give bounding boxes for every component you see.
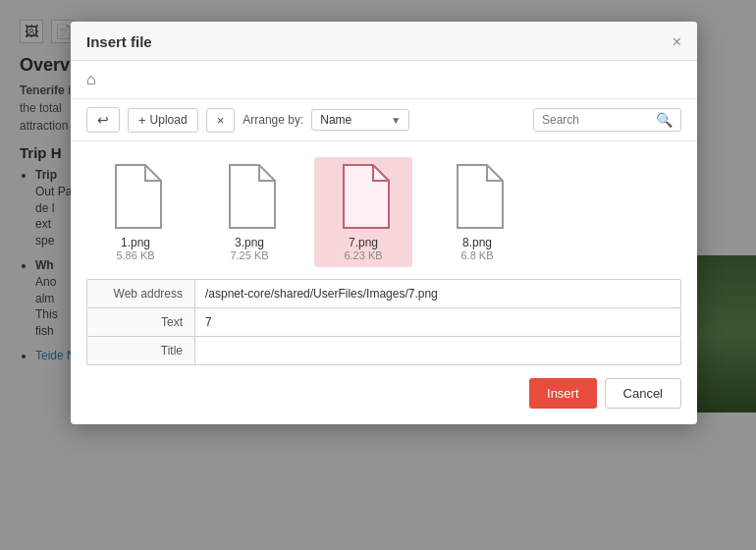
web-address-row: Web address /aspnet-core/shared/UserFile… <box>86 279 681 308</box>
file-item[interactable]: 1.png 5.86 KB <box>86 157 185 267</box>
cancel-button[interactable]: Cancel <box>605 378 681 409</box>
file-item-selected[interactable]: 7.png 6.23 KB <box>314 157 412 267</box>
file-3-name: 3.png <box>235 236 264 249</box>
title-row: Title <box>86 336 681 365</box>
search-icon: 🔍 <box>656 112 673 128</box>
clear-button[interactable]: × <box>206 108 236 133</box>
title-label: Title <box>87 337 195 364</box>
back-folder-button[interactable]: ↩ <box>86 107 120 133</box>
file-8-name: 8.png <box>462 236 492 249</box>
search-box: 🔍 <box>533 108 681 132</box>
chevron-down-icon: ▼ <box>391 115 401 126</box>
file-1-name: 1.png <box>121 236 150 249</box>
file-item[interactable]: 8.png 6.8 KB <box>428 157 526 267</box>
clear-icon: × <box>217 113 225 128</box>
insert-file-modal: Insert file × ⌂ ↩ + Upload × Arrange by:… <box>71 22 697 424</box>
upload-label: Upload <box>150 113 188 127</box>
file-8-size: 6.8 KB <box>460 249 493 261</box>
arrange-select[interactable]: Name ▼ <box>311 109 409 131</box>
text-row: Text <box>86 307 681 337</box>
modal-nav: ⌂ <box>71 61 697 99</box>
info-section: Web address /aspnet-core/shared/UserFile… <box>71 279 697 365</box>
search-input[interactable] <box>542 113 650 127</box>
modal-header: Insert file × <box>71 22 697 61</box>
modal-title: Insert file <box>86 33 152 50</box>
file-3-size: 7.25 KB <box>230 249 268 261</box>
file-8-icon <box>450 163 505 230</box>
upload-icon: + <box>138 113 146 128</box>
file-7-icon <box>336 163 391 230</box>
file-1-size: 5.86 KB <box>116 249 154 261</box>
file-1-icon <box>108 163 163 230</box>
modal-toolbar: ↩ + Upload × Arrange by: Name ▼ 🔍 <box>71 99 697 141</box>
text-label: Text <box>87 308 195 336</box>
back-folder-icon: ↩ <box>97 112 109 128</box>
web-address-label: Web address <box>87 280 195 307</box>
file-7-name: 7.png <box>349 236 378 249</box>
arrange-value: Name <box>320 113 351 127</box>
text-input[interactable] <box>195 310 680 334</box>
modal-close-button[interactable]: × <box>673 34 681 50</box>
upload-button[interactable]: + Upload <box>128 108 198 133</box>
file-3-icon <box>222 163 277 230</box>
file-7-size: 6.23 KB <box>344 249 382 261</box>
file-grid: 1.png 5.86 KB 3.png 7.25 KB 7.png 6.23 K… <box>71 141 697 279</box>
file-item[interactable]: 3.png 7.25 KB <box>200 157 298 267</box>
insert-button[interactable]: Insert <box>529 378 597 409</box>
web-address-value: /aspnet-core/shared/UserFiles/Images/7.p… <box>195 280 680 307</box>
home-icon[interactable]: ⌂ <box>86 71 96 87</box>
modal-footer: Insert Cancel <box>71 364 697 409</box>
arrange-label: Arrange by: <box>243 113 303 127</box>
title-input[interactable] <box>195 339 680 362</box>
